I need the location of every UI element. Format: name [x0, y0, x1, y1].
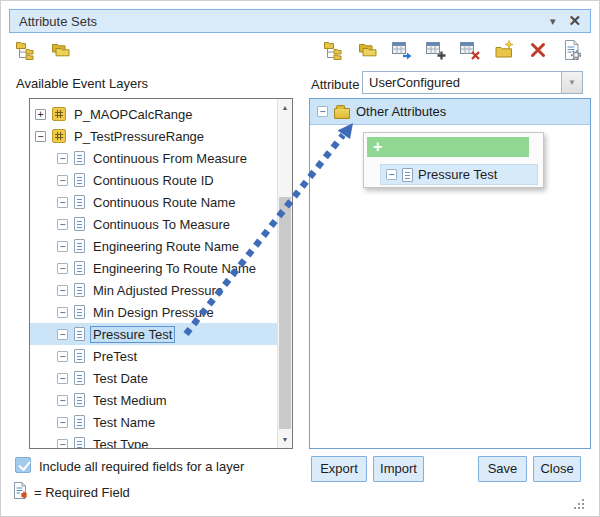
tree-item-label: PreTest [91, 349, 139, 364]
drag-ghost-label: Pressure Test [418, 167, 497, 182]
vertical-scrollbar[interactable]: ▲ ▼ [277, 99, 292, 448]
dock-caret-icon[interactable]: ▾ [550, 15, 556, 28]
import-button[interactable]: Import [373, 456, 424, 482]
open-attribute-set-file-icon[interactable] [493, 39, 515, 61]
expander-icon[interactable]: − [57, 395, 68, 406]
new-attribute-set-icon[interactable] [15, 39, 37, 61]
field-icon [74, 151, 85, 165]
attribute-set-properties-icon[interactable] [561, 39, 583, 61]
available-event-layers-panel: + P_MAOPCalcRange − P_TestPressureRange … [29, 98, 293, 449]
combo-dropdown-button[interactable]: ▼ [561, 72, 582, 93]
close-icon[interactable]: ✕ [568, 12, 581, 30]
tree-item-label: Other Attributes [356, 104, 446, 119]
tree-item-label: Continuous Route Name [91, 195, 237, 210]
scroll-down-icon[interactable]: ▼ [278, 432, 292, 447]
tree-item[interactable]: + P_MAOPCalcRange [30, 103, 277, 125]
tree-item-label: P_TestPressureRange [72, 129, 206, 144]
export-button[interactable]: Export [311, 456, 367, 482]
expander-icon[interactable]: − [57, 153, 68, 164]
tree-item[interactable]: − Test Date [30, 367, 277, 389]
event-layer-icon [52, 129, 66, 143]
tree-item[interactable]: − Test Name [30, 411, 277, 433]
attribute-set-combobox[interactable]: UserConfigured ▼ [362, 71, 583, 94]
expander-icon[interactable]: − [57, 417, 68, 428]
drag-ghost: + − Pressure Test [363, 132, 544, 188]
folder-icon [334, 108, 350, 119]
expander-icon[interactable]: − [57, 263, 68, 274]
tree-item-label: Min Design Pressure [91, 305, 216, 320]
checkbox-label: Include all required fields for a layer [39, 459, 244, 474]
expander-icon[interactable]: − [57, 219, 68, 230]
field-icon [74, 349, 85, 363]
field-icon [402, 168, 413, 182]
field-icon [74, 415, 85, 429]
field-icon [74, 239, 85, 253]
tree-item[interactable]: − P_TestPressureRange [30, 125, 277, 147]
tree-item[interactable]: − PreTest [30, 345, 277, 367]
tree-item[interactable]: − Min Design Pressure [30, 301, 277, 323]
tree-item[interactable]: − Continuous Route Name [30, 191, 277, 213]
tree-item[interactable]: − Continuous From Measure [30, 147, 277, 169]
tree-item-pressure-test[interactable]: − Pressure Test [30, 323, 277, 345]
new-attribute-set-icon[interactable] [323, 39, 345, 61]
tree-item-label: Min Adjusted Pressure [91, 283, 225, 298]
required-field-legend: = Required Field [34, 485, 130, 500]
expander-icon[interactable]: − [317, 106, 328, 117]
expander-icon[interactable]: − [57, 241, 68, 252]
field-icon [74, 393, 85, 407]
field-icon [74, 217, 85, 231]
chevron-down-icon: ▼ [568, 78, 576, 87]
expander-icon[interactable]: − [57, 329, 68, 340]
scroll-up-icon[interactable]: ▲ [278, 100, 292, 115]
tree-item[interactable]: − Engineering To Route Name [30, 257, 277, 279]
tree-item-label: Pressure Test [91, 327, 174, 342]
tree-item[interactable]: − Continuous To Measure [30, 213, 277, 235]
tree-item-label: Test Medium [91, 393, 169, 408]
tree-item[interactable]: − Continuous Route ID [30, 169, 277, 191]
tree-item-label: Continuous Route ID [91, 173, 216, 188]
include-required-fields-checkbox[interactable] [15, 457, 31, 473]
export-event-table-icon[interactable] [391, 39, 413, 61]
remove-event-table-icon[interactable] [459, 39, 481, 61]
expander-icon[interactable]: − [57, 175, 68, 186]
add-event-table-icon[interactable] [425, 39, 447, 61]
tree-item-label: Engineering Route Name [91, 239, 241, 254]
expander-icon[interactable]: − [57, 285, 68, 296]
tree-item[interactable]: − Test Type [30, 433, 277, 448]
delete-attribute-set-icon[interactable] [527, 39, 549, 61]
field-icon [74, 371, 85, 385]
field-icon [74, 173, 85, 187]
expander-icon[interactable]: − [57, 373, 68, 384]
tree-item-label: Test Date [91, 371, 150, 386]
available-event-layers-label: Available Event Layers [16, 76, 148, 91]
tree-item-label: P_MAOPCalcRange [72, 107, 195, 122]
attribute-set-value: UserConfigured [363, 72, 561, 93]
tree-item-other-attributes[interactable]: − Other Attributes [310, 99, 590, 125]
expander-icon[interactable]: − [57, 351, 68, 362]
expander-icon[interactable]: + [35, 109, 46, 120]
expander-icon[interactable]: − [57, 439, 68, 449]
field-icon [74, 261, 85, 275]
tree-item[interactable]: − Engineering Route Name [30, 235, 277, 257]
tree-item[interactable]: − Min Adjusted Pressure [30, 279, 277, 301]
open-attribute-set-icon[interactable] [357, 39, 379, 61]
close-button[interactable]: Close [533, 456, 581, 482]
expander-icon[interactable]: − [57, 307, 68, 318]
event-layers-tree: + P_MAOPCalcRange − P_TestPressureRange … [30, 99, 277, 448]
title-bar: Attribute Sets ▾ ✕ [9, 9, 591, 33]
open-attribute-set-icon[interactable] [50, 39, 72, 61]
expander-icon[interactable]: − [35, 131, 46, 142]
resize-grip[interactable] [574, 499, 585, 510]
drop-allowed-badge: + [367, 137, 529, 157]
tree-item-label: Engineering To Route Name [91, 261, 258, 276]
tree-item-label: Continuous From Measure [91, 151, 249, 166]
tree-item-label: Continuous To Measure [91, 217, 232, 232]
tree-item[interactable]: − Test Medium [30, 389, 277, 411]
plus-icon: + [373, 138, 382, 155]
tree-item-label: Test Type [91, 437, 150, 449]
field-icon [74, 437, 85, 448]
save-button[interactable]: Save [478, 456, 527, 482]
drag-ghost-item: − Pressure Test [380, 164, 538, 185]
expander-icon[interactable]: − [57, 197, 68, 208]
scrollbar-thumb[interactable] [279, 197, 291, 429]
